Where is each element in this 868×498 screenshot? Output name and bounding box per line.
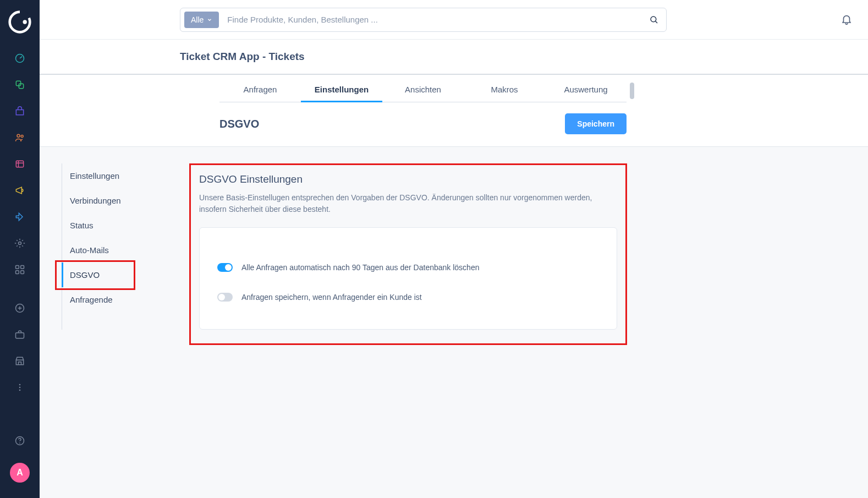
search-icon[interactable]	[642, 15, 666, 25]
search-filter-dropdown[interactable]: Alle	[184, 12, 219, 28]
page-title-row: Ticket CRM App - Tickets	[40, 40, 868, 75]
subheader-title: DSGVO	[219, 118, 259, 130]
settings-side-nav: Einstellungen Verbindungen Status Auto-M…	[62, 163, 166, 330]
customers-icon[interactable]	[0, 125, 40, 150]
side-nav-item-verbindungen[interactable]: Verbindungen	[62, 188, 166, 213]
svg-point-19	[19, 442, 20, 444]
help-icon[interactable]	[0, 429, 40, 453]
tab-einstellungen[interactable]: Einstellungen	[301, 75, 382, 102]
toggle-label: Alle Anfragen automatisch nach 90 Tagen …	[241, 263, 479, 272]
toggle-label: Anfragen speichern, wenn Anfragender ein…	[241, 293, 422, 302]
tabs: Anfragen Einstellungen Ansichten Makros …	[219, 75, 627, 102]
svg-rect-10	[21, 266, 24, 269]
top-bar: Alle	[40, 0, 868, 40]
svg-rect-4	[19, 84, 23, 88]
tab-anfragen[interactable]: Anfragen	[219, 75, 301, 102]
user-avatar[interactable]: A	[10, 463, 30, 483]
tab-auswertung[interactable]: Auswertung	[545, 75, 627, 102]
side-nav-item-dsgvo[interactable]: DSGVO	[62, 262, 166, 287]
side-nav-item-einstellungen[interactable]: Einstellungen	[62, 163, 166, 188]
svg-point-6	[21, 135, 23, 138]
catalog-icon[interactable]	[0, 73, 40, 97]
extensions-icon[interactable]	[0, 205, 40, 229]
content-area: Einstellungen Verbindungen Status Auto-M…	[40, 147, 868, 498]
svg-rect-9	[16, 266, 19, 269]
svg-rect-14	[16, 333, 24, 338]
add-icon[interactable]	[0, 296, 40, 320]
more-icon[interactable]	[0, 375, 40, 400]
subheader-band: Anfragen Einstellungen Ansichten Makros …	[40, 75, 868, 147]
svg-point-1	[23, 20, 27, 24]
settings-icon[interactable]	[0, 231, 40, 255]
side-nav-item-auto-mails[interactable]: Auto-Mails	[62, 238, 166, 262]
svg-point-8	[19, 242, 21, 245]
global-search: Alle	[180, 8, 667, 32]
toggle-row-auto-delete: Alle Anfragen automatisch nach 90 Tagen …	[217, 263, 599, 272]
tab-ansichten[interactable]: Ansichten	[382, 75, 464, 102]
tabs-scrollbar-thumb[interactable]	[630, 83, 634, 99]
svg-rect-11	[16, 271, 19, 274]
search-input[interactable]	[223, 15, 642, 24]
svg-rect-3	[16, 81, 20, 85]
toggle-auto-delete[interactable]	[217, 263, 233, 272]
dsgvo-settings-card: Alle Anfragen automatisch nach 90 Tagen …	[199, 227, 617, 330]
dashboard-icon[interactable]	[0, 46, 40, 70]
shop-icon[interactable]	[0, 99, 40, 123]
save-button[interactable]: Speichern	[565, 113, 627, 134]
search-filter-label: Alle	[191, 15, 204, 24]
svg-point-16	[19, 387, 21, 388]
tab-makros[interactable]: Makros	[464, 75, 545, 102]
card-title: DSGVO Einstellungen	[199, 173, 617, 185]
side-nav-item-anfragende[interactable]: Anfragende	[62, 287, 166, 312]
store-icon[interactable]	[0, 349, 40, 373]
card-annotation-highlight: DSGVO Einstellungen Unsere Basis-Einstel…	[199, 173, 617, 330]
toggle-row-save-if-customer: Anfragen speichern, wenn Anfragender ein…	[217, 293, 599, 302]
svg-rect-7	[16, 161, 23, 167]
apps-icon[interactable]	[0, 258, 40, 282]
svg-point-15	[19, 384, 21, 386]
svg-point-17	[19, 390, 21, 391]
svg-rect-12	[21, 271, 24, 274]
chevron-down-icon	[207, 15, 212, 24]
content-icon[interactable]	[0, 152, 40, 176]
page-title: Ticket CRM App - Tickets	[180, 51, 305, 63]
svg-point-20	[651, 17, 656, 22]
side-nav-item-status[interactable]: Status	[62, 213, 166, 238]
toggle-save-if-customer[interactable]	[217, 293, 233, 302]
left-nav-rail: A	[0, 0, 40, 498]
shopware-logo[interactable]	[8, 10, 32, 34]
marketing-icon[interactable]	[0, 178, 40, 203]
briefcase-icon[interactable]	[0, 322, 40, 347]
card-description: Unsere Basis-Einstellugen entsprechen de…	[199, 192, 617, 215]
svg-point-5	[17, 134, 20, 137]
notifications-icon[interactable]	[840, 13, 853, 28]
